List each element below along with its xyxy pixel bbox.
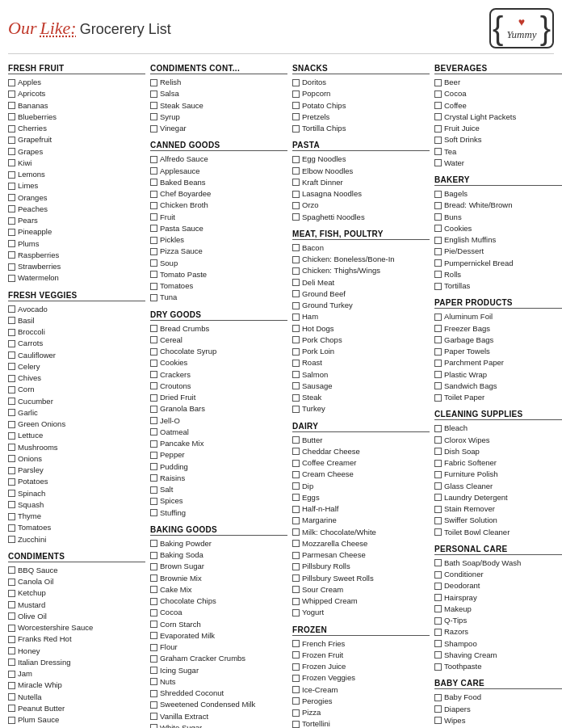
list-item[interactable]: Cocoa [434, 88, 562, 99]
checkbox-icon[interactable] [434, 448, 442, 455]
checkbox-icon[interactable] [292, 471, 300, 478]
checkbox-icon[interactable] [150, 563, 157, 570]
checkbox-icon[interactable] [150, 336, 157, 343]
list-item[interactable]: Peaches [8, 204, 145, 215]
checkbox-icon[interactable] [434, 694, 442, 701]
checkbox-icon[interactable] [8, 524, 15, 532]
list-item[interactable]: Paper Towels [434, 346, 562, 357]
checkbox-icon[interactable] [292, 325, 300, 332]
list-item[interactable]: Raisins [150, 473, 287, 484]
checkbox-icon[interactable] [434, 79, 442, 86]
list-item[interactable]: Lasagna Noodles [292, 188, 430, 200]
checkbox-icon[interactable] [434, 102, 442, 109]
checkbox-icon[interactable] [8, 682, 15, 689]
list-item[interactable]: Corn Starch [150, 619, 287, 630]
list-item[interactable]: Parchment Paper [434, 357, 562, 368]
list-item[interactable]: Tomatoes [8, 522, 145, 533]
checkbox-icon[interactable] [434, 237, 442, 244]
list-item[interactable]: Half-n-Half [292, 503, 430, 515]
checkbox-icon[interactable] [292, 256, 300, 263]
list-item[interactable]: Spices [150, 495, 287, 507]
checkbox-icon[interactable] [292, 709, 300, 717]
list-item[interactable]: Beer [434, 77, 562, 88]
list-item[interactable]: Watermelon [8, 272, 145, 284]
checkbox-icon[interactable] [434, 202, 442, 209]
list-item[interactable]: Chicken: Boneless/Bone-In [292, 254, 430, 265]
list-item[interactable]: Steak [292, 392, 430, 403]
list-item[interactable]: Thyme [8, 511, 145, 522]
checkbox-icon[interactable] [434, 583, 442, 590]
list-item[interactable]: Basil [8, 315, 145, 326]
list-item[interactable]: Bleach [434, 423, 562, 434]
list-item[interactable]: Plum Sauce [8, 714, 145, 726]
list-item[interactable]: Broccoli [8, 326, 145, 338]
checkbox-icon[interactable] [150, 574, 157, 582]
list-item[interactable]: Pasta Sauce [150, 223, 287, 234]
checkbox-icon[interactable] [150, 724, 157, 728]
checkbox-icon[interactable] [292, 267, 300, 275]
list-item[interactable]: Hairspray [434, 592, 562, 604]
checkbox-icon[interactable] [292, 574, 300, 582]
list-item[interactable]: Raspberries [8, 250, 145, 261]
list-item[interactable]: Ketchup [8, 587, 145, 599]
list-item[interactable]: Perogies [292, 696, 430, 707]
checkbox-icon[interactable] [292, 279, 300, 286]
checkbox-icon[interactable] [8, 171, 15, 179]
list-item[interactable]: Cucumber [8, 396, 145, 407]
list-item[interactable]: Bread Crumbs [150, 323, 287, 335]
checkbox-icon[interactable] [8, 251, 15, 259]
checkbox-icon[interactable] [434, 371, 442, 378]
checkbox-icon[interactable] [434, 360, 442, 367]
list-item[interactable]: Pie/Dessert [434, 246, 562, 257]
list-item[interactable]: Miracle Whip [8, 680, 145, 691]
list-item[interactable]: Apricots [8, 88, 145, 99]
checkbox-icon[interactable] [150, 202, 157, 209]
list-item[interactable]: Fruit Juice [434, 123, 562, 134]
list-item[interactable]: Green Onions [8, 419, 145, 430]
checkbox-icon[interactable] [292, 336, 300, 343]
list-item[interactable]: Kraft Dinner [292, 177, 430, 188]
checkbox-icon[interactable] [150, 678, 157, 685]
list-item[interactable]: Shampoo [434, 638, 562, 650]
list-item[interactable]: Turkey [292, 403, 430, 414]
list-item[interactable]: Glass Cleaner [434, 481, 562, 492]
list-item[interactable]: Cake Mix [150, 584, 287, 595]
list-item[interactable]: Garlic [8, 407, 145, 419]
list-item[interactable]: Lettuce [8, 430, 145, 441]
list-item[interactable]: Diapers [434, 704, 562, 715]
list-item[interactable]: Tea [434, 146, 562, 158]
checkbox-icon[interactable] [8, 305, 15, 313]
list-item[interactable]: Pears [8, 215, 145, 226]
list-item[interactable]: Grapefruit [8, 134, 145, 145]
checkbox-icon[interactable] [150, 690, 157, 697]
checkbox-icon[interactable] [150, 113, 157, 120]
checkbox-icon[interactable] [434, 159, 442, 166]
list-item[interactable]: Pineapple [8, 226, 145, 238]
checkbox-icon[interactable] [292, 125, 300, 133]
list-item[interactable]: Franks Red Hot [8, 633, 145, 645]
list-item[interactable]: Laundry Detergent [434, 492, 562, 503]
list-item[interactable]: Soft Drinks [434, 134, 562, 145]
checkbox-icon[interactable] [434, 571, 442, 579]
list-item[interactable]: Flour [150, 642, 287, 653]
list-item[interactable]: Chocolate Syrup [150, 346, 287, 357]
list-item[interactable]: Crackers [150, 369, 287, 381]
list-item[interactable]: Pretzels [292, 112, 430, 123]
checkbox-icon[interactable] [8, 409, 15, 416]
list-item[interactable]: Baked Beans [150, 177, 287, 188]
list-item[interactable]: Soup [150, 258, 287, 269]
checkbox-icon[interactable] [8, 263, 15, 271]
list-item[interactable]: Wipes [434, 715, 562, 726]
checkbox-icon[interactable] [292, 686, 300, 693]
checkbox-icon[interactable] [434, 137, 442, 144]
checkbox-icon[interactable] [292, 640, 300, 647]
list-item[interactable]: Buns [434, 212, 562, 223]
checkbox-icon[interactable] [434, 594, 442, 601]
checkbox-icon[interactable] [434, 494, 442, 501]
list-item[interactable]: Ground Turkey [292, 300, 430, 311]
list-item[interactable]: Jell-O [150, 415, 287, 427]
list-item[interactable]: Ground Beef [292, 288, 430, 300]
list-item[interactable]: Elbow Noodles [292, 166, 430, 177]
checkbox-icon[interactable] [292, 609, 300, 616]
checkbox-icon[interactable] [434, 629, 442, 636]
